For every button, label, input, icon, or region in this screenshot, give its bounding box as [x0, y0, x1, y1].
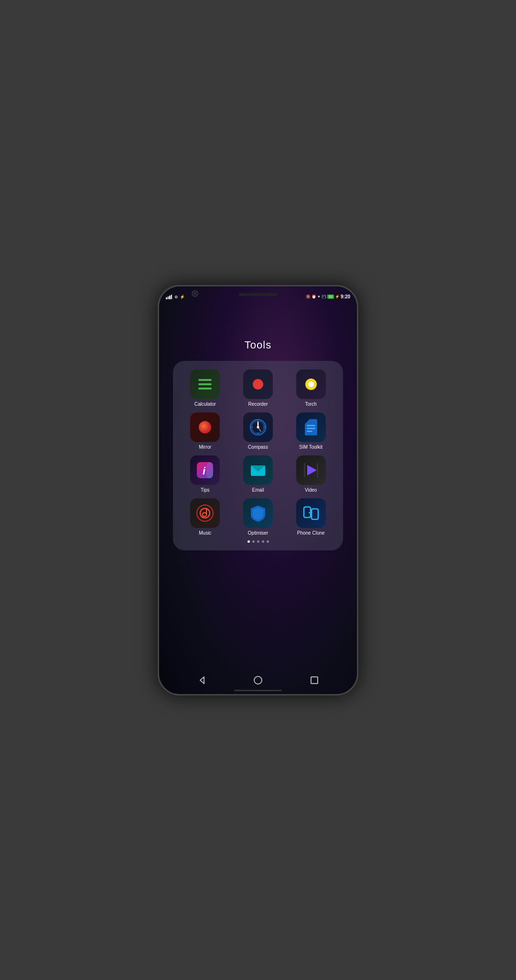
compass-icon — [243, 412, 273, 442]
app-optimiser[interactable]: Optimiser — [234, 498, 283, 536]
dot-3[interactable] — [257, 540, 259, 543]
app-label-music: Music — [199, 530, 211, 536]
dot-5[interactable] — [267, 540, 269, 543]
calc-line-3 — [198, 388, 212, 390]
app-tips[interactable]: i Tips — [181, 455, 230, 493]
app-label-phoneclone: Phone Clone — [297, 530, 325, 536]
calc-line-1 — [198, 379, 212, 381]
dot-4[interactable] — [262, 540, 264, 543]
app-phoneclone[interactable]: Phone Clone — [286, 498, 335, 536]
svg-text:i: i — [203, 465, 206, 477]
alarm-icon: ⏰ — [312, 295, 316, 299]
app-torch[interactable]: Torch — [286, 369, 335, 407]
phone-screen: ⊛ ⚡ 🔕 ⏰ ✦ 📳 93 ⚡ 9:20 Tools — [159, 286, 357, 694]
vibrate-icon: 📳 — [322, 295, 326, 299]
svg-rect-34 — [311, 677, 318, 684]
battery-indicator: 93 — [327, 295, 334, 299]
speaker — [239, 293, 277, 296]
app-label-compass: Compass — [248, 444, 268, 450]
svg-point-8 — [257, 426, 259, 428]
status-right: 🔕 ⏰ ✦ 📳 93 ⚡ 9:20 — [306, 294, 350, 299]
wifi-icon: ⊛ — [174, 295, 178, 299]
tips-icon: i — [190, 455, 220, 485]
svg-rect-20 — [206, 462, 213, 478]
svg-rect-24 — [304, 463, 305, 477]
svg-point-0 — [253, 379, 263, 390]
app-label-tips: Tips — [201, 487, 210, 493]
torch-icon — [296, 369, 326, 399]
no-sound-icon: 🔕 — [306, 295, 311, 299]
svg-marker-32 — [200, 677, 204, 684]
svg-rect-25 — [317, 463, 318, 477]
calculator-icon — [190, 369, 220, 399]
app-label-torch: Torch — [305, 401, 316, 407]
simtoolkit-icon — [296, 412, 326, 442]
screen-content: Tools Calculator — [159, 286, 357, 694]
front-camera — [192, 290, 198, 297]
folder-container: Calculator Recorder — [173, 361, 343, 550]
back-button[interactable] — [195, 674, 208, 687]
app-label-recorder: Recorder — [248, 401, 268, 407]
svg-marker-23 — [307, 465, 317, 475]
dot-2[interactable] — [252, 540, 255, 543]
svg-rect-17 — [307, 431, 312, 432]
status-left: ⊛ ⚡ — [166, 295, 185, 299]
svg-point-2 — [308, 381, 314, 387]
app-label-mirror: Mirror — [199, 444, 211, 450]
app-calculator[interactable]: Calculator — [181, 369, 230, 407]
calc-lines — [198, 379, 212, 390]
app-label-simtoolkit: SIM Toolkit — [299, 444, 322, 450]
app-mirror[interactable]: Mirror — [181, 412, 230, 450]
home-button[interactable] — [251, 674, 265, 687]
folder-title: Tools — [245, 339, 271, 351]
email-icon — [243, 455, 273, 485]
app-music[interactable]: Music — [181, 498, 230, 536]
apps-grid: Calculator Recorder — [181, 369, 335, 536]
optimiser-icon — [243, 498, 273, 528]
app-label-optimiser: Optimiser — [248, 530, 269, 536]
app-email[interactable]: Email — [234, 455, 283, 493]
phoneclone-icon — [296, 498, 326, 528]
bottom-indicator — [234, 690, 282, 691]
calc-line-2 — [198, 383, 212, 385]
mirror-icon — [190, 412, 220, 442]
svg-point-33 — [254, 676, 262, 684]
svg-rect-15 — [307, 425, 315, 426]
volume-up-button[interactable] — [357, 363, 358, 387]
pagination-dots — [181, 540, 335, 545]
time-display: 9:20 — [341, 294, 350, 299]
app-video[interactable]: Video — [286, 455, 335, 493]
app-recorder[interactable]: Recorder — [234, 369, 283, 407]
app-simtoolkit[interactable]: SIM Toolkit — [286, 412, 335, 450]
bluetooth-icon: ✦ — [317, 295, 321, 299]
recents-button[interactable] — [308, 674, 321, 687]
svg-rect-16 — [307, 428, 315, 429]
volume-down-button[interactable] — [357, 394, 358, 418]
svg-point-3 — [199, 421, 211, 433]
app-label-calculator: Calculator — [194, 401, 216, 407]
app-label-email: Email — [252, 487, 264, 493]
phone-frame: ⊛ ⚡ 🔕 ⏰ ✦ 📳 93 ⚡ 9:20 Tools — [158, 285, 358, 695]
recorder-icon — [243, 369, 273, 399]
svg-rect-29 — [312, 509, 318, 519]
signal-icon — [166, 295, 172, 299]
app-compass[interactable]: Compass — [234, 412, 283, 450]
music-icon — [190, 498, 220, 528]
charging-icon: ⚡ — [335, 295, 340, 299]
dot-1[interactable] — [247, 540, 250, 543]
video-icon — [296, 455, 326, 485]
usb-icon: ⚡ — [180, 295, 185, 299]
app-label-video: Video — [305, 487, 317, 493]
